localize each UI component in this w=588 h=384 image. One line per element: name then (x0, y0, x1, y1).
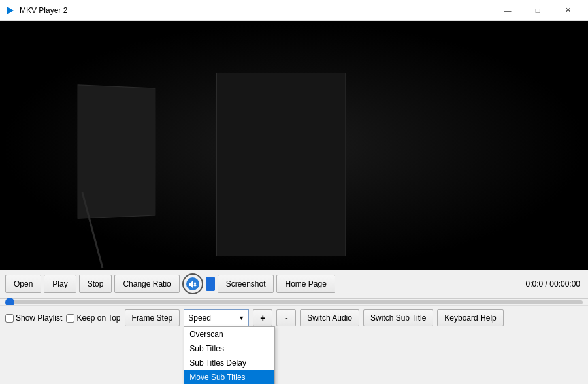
controls-bar: Open Play Stop Change Ratio Screenshot H… (0, 270, 588, 299)
change-ratio-button[interactable]: Change Ratio (114, 275, 179, 293)
show-playlist-text: Show Playlist (16, 313, 62, 323)
svg-marker-0 (7, 7, 14, 14)
dropdown-item-move-sub-titles[interactable]: Move Sub Titles (184, 370, 274, 384)
title-bar: MKV Player 2 — □ ✕ (0, 0, 588, 21)
scene-element-2 (216, 73, 346, 256)
keyboard-help-button[interactable]: Keyboard Help (437, 309, 503, 326)
scene-element-1 (78, 84, 156, 218)
dropdown-item-sub-titles[interactable]: Sub Titles (184, 341, 274, 356)
plus-button[interactable]: + (253, 309, 272, 326)
speed-dropdown-list: Overscan Sub Titles Sub Titles Delay Mov… (184, 326, 275, 384)
progress-bar-row (0, 299, 588, 305)
speed-dropdown-wrapper: Speed ▼ Overscan Sub Titles Sub Titles D… (184, 309, 249, 326)
svg-marker-1 (189, 281, 193, 288)
speed-dropdown-button[interactable]: Speed ▼ (184, 309, 249, 326)
keep-on-top-label[interactable]: Keep on Top (66, 313, 120, 323)
home-page-button[interactable]: Home Page (276, 275, 335, 293)
minus-button[interactable]: - (276, 309, 296, 326)
options-bar: Show Playlist Keep on Top Frame Step Spe… (0, 305, 588, 330)
maximize-button[interactable]: □ (523, 0, 553, 21)
close-button[interactable]: ✕ (553, 0, 583, 21)
play-button[interactable]: Play (44, 275, 76, 293)
volume-thumb[interactable] (206, 277, 215, 291)
frame-step-button[interactable]: Frame Step (125, 309, 180, 326)
stop-button[interactable]: Stop (79, 275, 112, 293)
screenshot-button[interactable]: Screenshot (218, 275, 274, 293)
volume-slider[interactable] (206, 277, 215, 291)
app-title: MKV Player 2 (20, 6, 493, 15)
dropdown-item-sub-titles-delay[interactable]: Sub Titles Delay (184, 356, 274, 370)
show-playlist-checkbox[interactable] (5, 314, 14, 323)
window-controls: — □ ✕ (493, 0, 583, 21)
mute-button[interactable] (182, 273, 203, 294)
keep-on-top-checkbox[interactable] (66, 314, 74, 323)
video-player (0, 21, 588, 270)
keep-on-top-text: Keep on Top (76, 313, 120, 323)
dropdown-arrow-icon: ▼ (238, 315, 244, 321)
time-display: 0:0:0 / 00:00:00 (526, 279, 583, 288)
open-button[interactable]: Open (5, 275, 41, 293)
speed-dropdown-label: Speed (188, 313, 211, 323)
video-frame (0, 21, 588, 270)
show-playlist-label[interactable]: Show Playlist (5, 313, 62, 323)
minimize-button[interactable]: — (493, 0, 523, 21)
dropdown-item-overscan[interactable]: Overscan (184, 327, 274, 341)
speaker-icon (186, 277, 199, 290)
switch-sub-title-button[interactable]: Switch Sub Title (363, 309, 433, 326)
app-icon (5, 5, 16, 16)
progress-track[interactable] (5, 300, 583, 304)
switch-audio-button[interactable]: Switch Audio (300, 309, 359, 326)
